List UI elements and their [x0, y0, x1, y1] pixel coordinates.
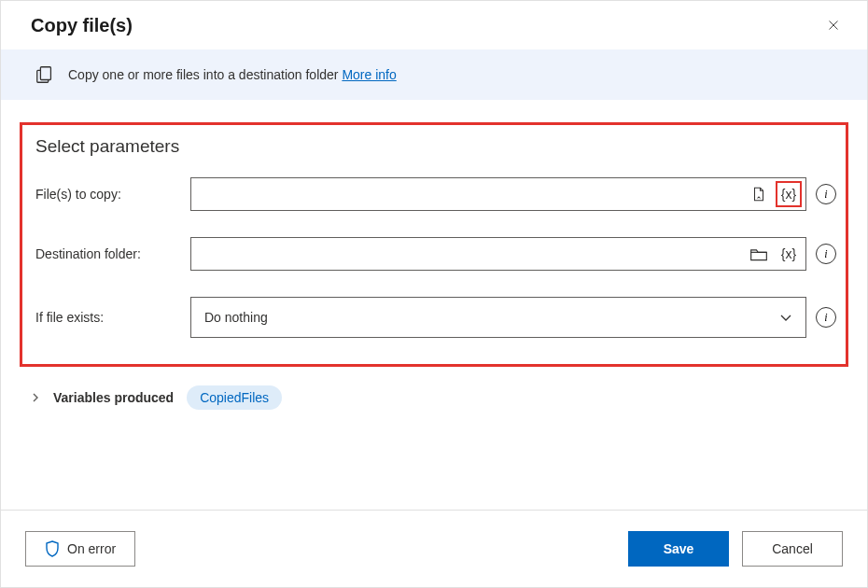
variables-produced-row[interactable]: Variables produced CopiedFiles [20, 385, 848, 410]
more-info-link[interactable]: More info [342, 67, 396, 82]
if-file-exists-label: If file exists: [32, 310, 190, 325]
destination-folder-input-wrapper: {x} [190, 237, 806, 271]
file-picker-button[interactable] [746, 181, 772, 207]
folder-picker-button[interactable] [746, 241, 772, 267]
svg-rect-0 [40, 67, 50, 80]
save-button[interactable]: Save [628, 531, 729, 567]
if-file-exists-value: Do nothing [204, 310, 268, 325]
cancel-button[interactable]: Cancel [742, 531, 843, 567]
if-file-exists-row: If file exists: Do nothing i [32, 297, 836, 338]
on-error-button[interactable]: On error [25, 531, 135, 567]
info-text: Copy one or more files into a destinatio… [68, 67, 397, 82]
file-icon [750, 186, 767, 203]
close-button[interactable] [822, 14, 845, 36]
destination-info-button[interactable]: i [816, 244, 836, 264]
destination-folder-input[interactable] [203, 245, 746, 262]
if-file-exists-select[interactable]: Do nothing [190, 297, 806, 338]
folder-icon [749, 245, 768, 262]
close-icon [828, 18, 839, 33]
destination-folder-row: Destination folder: {x} [32, 237, 836, 271]
variables-produced-label: Variables produced [53, 390, 174, 405]
files-to-copy-label: File(s) to copy: [32, 187, 190, 202]
insert-variable-button-dest[interactable]: {x} [776, 241, 802, 267]
destination-folder-label: Destination folder: [32, 246, 190, 261]
chevron-down-icon [779, 311, 792, 324]
files-to-copy-row: File(s) to copy: {x} [32, 177, 836, 211]
shield-icon [45, 540, 60, 557]
dialog-header: Copy file(s) [1, 1, 867, 49]
dialog-footer: On error Save Cancel [1, 510, 867, 587]
variable-icon: {x} [781, 246, 796, 261]
copy-files-icon [35, 64, 55, 85]
files-info-button[interactable]: i [816, 184, 836, 204]
info-bar: Copy one or more files into a destinatio… [1, 49, 867, 100]
insert-variable-button[interactable]: {x} [776, 181, 802, 207]
dialog-title: Copy file(s) [31, 15, 133, 36]
section-title: Select parameters [35, 136, 836, 157]
copy-files-dialog: Copy file(s) Copy one or more files into… [0, 0, 868, 588]
parameters-highlight: Select parameters File(s) to copy: [20, 122, 848, 367]
dialog-body: Select parameters File(s) to copy: [1, 100, 867, 510]
chevron-right-icon [31, 392, 40, 403]
exists-info-button[interactable]: i [816, 307, 836, 328]
files-to-copy-input[interactable] [203, 186, 746, 203]
files-to-copy-input-wrapper: {x} [190, 177, 806, 211]
variable-chip-copiedfiles[interactable]: CopiedFiles [187, 385, 282, 410]
variable-icon: {x} [781, 187, 796, 202]
